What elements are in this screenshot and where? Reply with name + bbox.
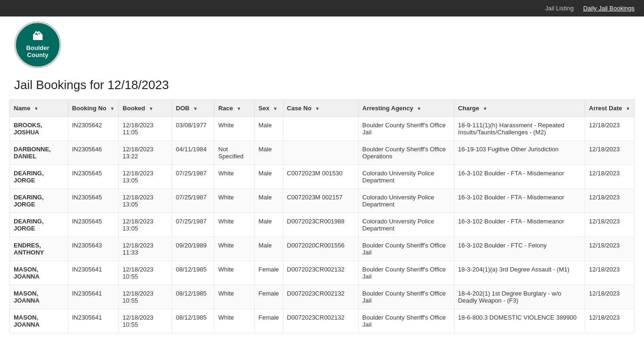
cell-dob: 08/12/1985 [172,285,215,309]
cell-race: Not Specified [215,141,255,165]
cell-booked: 12/18/2023 13:05 [119,189,172,213]
name-filter-icon: ▼ [34,106,39,111]
arrestdate-filter-icon: ▼ [626,106,630,111]
cell-booked: 12/18/2023 10:55 [119,261,172,285]
col-header-booked[interactable]: Booked ▼ [119,100,172,117]
cell-booking-no: IN2305641 [68,285,118,309]
col-header-race[interactable]: Race ▼ [215,100,255,117]
cell-case-no: D0072023CR002132 [283,309,358,333]
cell-name: ENDRES, ANTHONY [10,237,68,261]
page-header: 🏔 Boulder County [0,16,644,68]
cell-booking-no: IN2305642 [68,117,118,141]
cell-case-no: C0072023M 002157 [283,189,358,213]
cell-race: White [215,189,255,213]
cell-charge: 16-3-102 Boulder - FTA - Misdemeanor [454,189,585,213]
cell-charge: 16-19-103 Fugitive Other Jurisdiction [454,141,585,165]
cell-sex: Male [255,117,283,141]
cell-agency: Boulder County Sheriff's Office Jail [358,261,454,285]
cell-booking-no: IN2305645 [68,189,118,213]
cell-arrest-date: 12/18/2023 [585,141,635,165]
cell-race: White [215,285,255,309]
cell-charge: 18-6-800.3 DOMESTIC VIOLENCE 389900 [454,309,585,333]
cell-dob: 03/08/1977 [172,117,215,141]
cell-case-no [283,117,358,141]
cell-arrest-date: 12/18/2023 [585,165,635,189]
cell-agency: Colorado University Police Department [358,189,454,213]
cell-booked: 12/18/2023 10:55 [119,309,172,333]
cell-race: White [215,165,255,189]
caseno-filter-icon: ▼ [315,106,320,111]
col-header-name[interactable]: Name ▼ [10,100,68,117]
jail-listing-link[interactable]: Jail Listing [545,5,574,12]
cell-sex: Male [255,141,283,165]
cell-booking-no: IN2305641 [68,261,118,285]
col-header-caseno[interactable]: Case No ▼ [283,100,358,117]
cell-arrest-date: 12/18/2023 [585,309,635,333]
table-row: ENDRES, ANTHONYIN230564312/18/2023 11:33… [10,237,635,261]
cell-sex: Female [255,285,283,309]
col-header-agency[interactable]: Arresting Agency ▼ [358,100,454,117]
cell-arrest-date: 12/18/2023 [585,189,635,213]
logo-line2: County [27,51,49,59]
cell-arrest-date: 12/18/2023 [585,237,635,261]
cell-booked: 12/18/2023 11:05 [119,117,172,141]
cell-charge: 16-3-102 Boulder - FTA - Misdemeanor [454,213,585,237]
cell-case-no: D0072023CR001988 [283,213,358,237]
cell-race: White [215,309,255,333]
col-header-arrestdate[interactable]: Arrest Date ▼ [585,100,635,117]
col-header-booking[interactable]: Booking No ▼ [68,100,118,117]
cell-dob: 08/12/1985 [172,261,215,285]
cell-booked: 12/18/2023 13:22 [119,141,172,165]
table-row: MASON, JOANNAIN230564112/18/2023 10:5508… [10,309,635,333]
col-header-charge[interactable]: Charge ▼ [454,100,585,117]
cell-booking-no: IN2305645 [68,165,118,189]
table-row: DEARING, JORGEIN230564512/18/2023 13:050… [10,165,635,189]
mountain-icon: 🏔 [33,31,43,43]
cell-charge: 18-3-204(1)(a) 3rd Degree Assault - (M1) [454,261,585,285]
cell-case-no: D0072020CR001556 [283,237,358,261]
charge-filter-icon: ▼ [483,106,487,111]
cell-booking-no: IN2305643 [68,237,118,261]
table-body: BROOKS, JOSHUAIN230564212/18/2023 11:050… [10,117,635,333]
cell-dob: 09/20/1989 [172,237,215,261]
table-row: MASON, JOANNAIN230564112/18/2023 10:5508… [10,261,635,285]
top-navigation: Jail Listing Daily Jail Bookings [0,0,644,16]
cell-booking-no: IN2305645 [68,213,118,237]
cell-race: White [215,117,255,141]
cell-arrest-date: 12/18/2023 [585,285,635,309]
page-title: Jail Bookings for 12/18/2023 [0,68,644,99]
cell-booking-no: IN2305641 [68,309,118,333]
cell-agency: Colorado University Police Department [358,213,454,237]
col-header-sex[interactable]: Sex ▼ [255,100,283,117]
table-row: DEARING, JORGEIN230564512/18/2023 13:050… [10,189,635,213]
cell-agency: Boulder County Sheriff's Office Jail [358,237,454,261]
cell-arrest-date: 12/18/2023 [585,213,635,237]
cell-race: White [215,261,255,285]
col-header-dob[interactable]: DOB ▼ [172,100,215,117]
cell-sex: Female [255,261,283,285]
cell-charge: 16-3-102 Boulder - FTC - Felony [454,237,585,261]
cell-case-no: C0072023M 001530 [283,165,358,189]
cell-dob: 08/12/1985 [172,309,215,333]
agency-filter-icon: ▼ [417,106,421,111]
cell-booked: 12/18/2023 13:05 [119,213,172,237]
cell-sex: Male [255,237,283,261]
cell-booked: 12/18/2023 10:55 [119,285,172,309]
table-row: BROOKS, JOSHUAIN230564212/18/2023 11:050… [10,117,635,141]
cell-charge: 16-3-102 Boulder - FTA - Misdemeanor [454,165,585,189]
cell-booked: 12/18/2023 11:33 [119,237,172,261]
cell-arrest-date: 12/18/2023 [585,117,635,141]
table-row: DARBONNE, DANIELIN230564612/18/2023 13:2… [10,141,635,165]
race-filter-icon: ▼ [237,106,241,111]
cell-case-no: D0072023CR002132 [283,285,358,309]
cell-agency: Boulder County Sheriff's Office Jail [358,309,454,333]
booked-filter-icon: ▼ [149,106,153,111]
cell-name: DARBONNE, DANIEL [10,141,68,165]
bookings-table: Name ▼ Booking No ▼ Booked ▼ DOB ▼ Race … [9,99,635,333]
cell-booking-no: IN2305646 [68,141,118,165]
table-header: Name ▼ Booking No ▼ Booked ▼ DOB ▼ Race … [10,100,635,117]
cell-agency: Boulder County Sheriff's Office Jail [358,117,454,141]
cell-sex: Male [255,213,283,237]
daily-jail-bookings-link[interactable]: Daily Jail Bookings [583,5,635,12]
cell-name: DEARING, JORGE [10,165,68,189]
